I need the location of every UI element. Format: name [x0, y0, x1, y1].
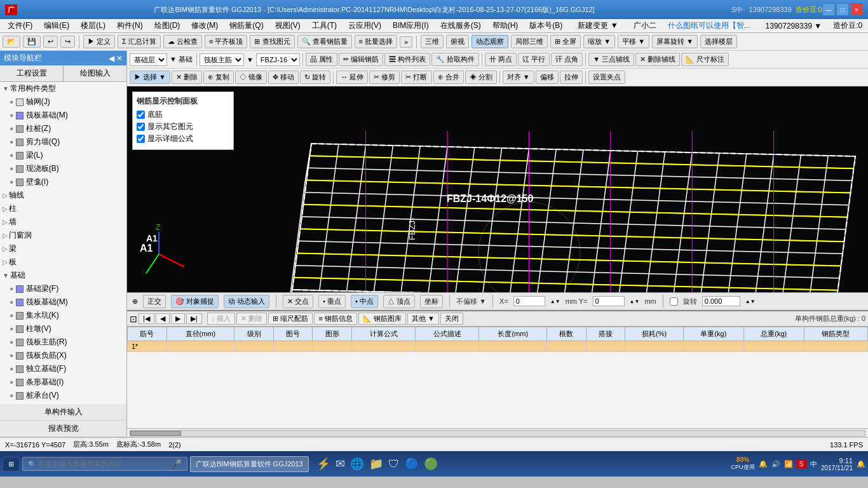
- summary-calc-button[interactable]: Σ 汇总计算: [118, 35, 161, 48]
- menu-tip[interactable]: 什么图纸可以使用【智...: [663, 19, 756, 32]
- nav-first-button[interactable]: |◀: [139, 313, 154, 324]
- orthogonal-button[interactable]: 正交: [143, 295, 166, 308]
- fullscreen-button[interactable]: ⊞ 全屏: [550, 35, 581, 48]
- tree-item-4[interactable]: ■剪力墙(Q): [0, 135, 126, 149]
- task-icon5[interactable]: 🛡: [388, 458, 400, 471]
- table-cell[interactable]: [743, 341, 804, 352]
- tree-item-3[interactable]: ■柱桩(Z): [0, 122, 126, 135]
- tree-item-20[interactable]: ■筏板负筋(X): [0, 349, 126, 362]
- table-cell[interactable]: [547, 341, 587, 352]
- align-button[interactable]: 对齐 ▼: [503, 71, 534, 84]
- bottom-rebar-checkbox[interactable]: [137, 111, 145, 119]
- project-settings-button[interactable]: 工程设置: [0, 65, 64, 81]
- dimension-button[interactable]: 📐 尺寸标注: [681, 53, 729, 66]
- rotate-spinners[interactable]: ▲▼: [745, 299, 756, 304]
- hscrollbar[interactable]: [127, 428, 868, 437]
- perpendicular-snap-button[interactable]: • 垂点: [318, 295, 346, 308]
- pick-component-button[interactable]: 🔧 拾取构件: [431, 53, 479, 66]
- menu-file[interactable]: 文件(F): [3, 19, 37, 32]
- resize-handle[interactable]: ⊡: [130, 314, 137, 324]
- nav-last-button[interactable]: ▶|: [186, 313, 202, 324]
- menu-view[interactable]: 视图(V): [270, 19, 306, 32]
- break-button[interactable]: ✂ 打断: [401, 71, 431, 84]
- minimize-button[interactable]: —: [822, 3, 835, 16]
- rebar-lib-button[interactable]: 📐 钢筋图库: [358, 313, 406, 325]
- nav-next-button[interactable]: ▶: [171, 313, 185, 324]
- report-preview-button[interactable]: 报表预览: [0, 421, 126, 437]
- screen-rotate-button[interactable]: 屏幕旋转 ▼: [652, 35, 698, 48]
- maximize-button[interactable]: □: [836, 3, 849, 16]
- menu-phone[interactable]: 13907298339 ▼: [761, 20, 827, 32]
- dynamic-observe-button[interactable]: 动态观察: [471, 35, 508, 48]
- task-icon3[interactable]: 🌐: [350, 457, 364, 471]
- tree-item-1[interactable]: ■轴网(J): [0, 95, 126, 109]
- table-cell[interactable]: [479, 341, 547, 352]
- notifications-button[interactable]: 🔔: [857, 460, 865, 468]
- undo-button[interactable]: ↩: [43, 36, 58, 48]
- tree-item-5[interactable]: ■梁(L): [0, 149, 126, 162]
- tree-item-18[interactable]: ■柱墩(V): [0, 322, 126, 336]
- trim-button[interactable]: ✂ 修剪: [369, 71, 400, 84]
- menu-bim[interactable]: BIM应用(I): [388, 19, 434, 32]
- top-view-button[interactable]: 俯视: [446, 35, 469, 48]
- property-button[interactable]: 品 属性: [306, 53, 337, 66]
- zoom-button[interactable]: 缩放 ▼: [583, 35, 615, 48]
- copy-button[interactable]: ⊕ 复制: [203, 71, 234, 84]
- task-icon4[interactable]: 📁: [369, 457, 383, 471]
- tree-item-7[interactable]: ■壁龛(I): [0, 175, 126, 189]
- window-controls[interactable]: — □ ×: [822, 3, 863, 16]
- hscroll-thumb[interactable]: [130, 431, 181, 436]
- nav-prev-button[interactable]: ◀: [156, 313, 170, 324]
- active-task-item[interactable]: 广联达BIM钢筋算量软件 GGJ2013: [190, 456, 309, 472]
- point-angle-button[interactable]: 讦 点角: [551, 53, 583, 66]
- scale-rebar-button[interactable]: ⊞ 缩尺配筋: [268, 313, 313, 325]
- y-spinners[interactable]: ▲▼: [630, 299, 640, 304]
- menu-new-change[interactable]: 新建变更 ▼: [573, 19, 623, 32]
- table-cell[interactable]: [166, 341, 234, 352]
- two-point-button[interactable]: 卄 两点: [485, 53, 517, 66]
- rotate-checkbox[interactable]: [670, 297, 678, 306]
- mic-icon[interactable]: 🎤: [171, 459, 182, 469]
- menu-points[interactable]: 造价豆:0: [828, 19, 867, 32]
- menu-draw[interactable]: 绘图(D): [149, 19, 186, 32]
- start-button[interactable]: ⊞: [3, 457, 20, 471]
- table-cell[interactable]: [351, 341, 415, 352]
- tree-item-11[interactable]: ▷门窗洞: [0, 229, 126, 242]
- other-button[interactable]: 其他 ▼: [407, 313, 439, 325]
- menu-ad[interactable]: 广小二: [628, 19, 661, 32]
- menu-edit[interactable]: 编辑(E): [39, 19, 74, 32]
- menu-cloud[interactable]: 云应用(V): [343, 19, 386, 32]
- dynamic-input-button[interactable]: 动 动态输入: [224, 295, 269, 308]
- table-cell[interactable]: [416, 341, 479, 352]
- batch-select-button[interactable]: ≡ 批量选择: [355, 35, 397, 48]
- table-cell[interactable]: [804, 341, 867, 352]
- tree-item-23[interactable]: ■桩承台(V): [0, 389, 126, 402]
- single-component-button[interactable]: 单构件输入: [0, 404, 126, 421]
- save-button[interactable]: 💾: [23, 36, 41, 48]
- x-input[interactable]: [513, 296, 545, 306]
- tray-icon1[interactable]: 🔔: [759, 460, 768, 468]
- tray-icon2[interactable]: 🔊: [771, 460, 780, 468]
- intersection-snap-button[interactable]: ✕ 交点: [283, 295, 313, 308]
- open-button[interactable]: 📂: [3, 36, 20, 48]
- task-icon7[interactable]: 🟢: [424, 457, 438, 471]
- tray-icon3[interactable]: 📶: [784, 460, 793, 468]
- viewport[interactable]: 钢筋显示控制面板 底筋 显示其它图元 显示详细公式 A1: [127, 86, 868, 292]
- lang-icon[interactable]: 中: [810, 459, 817, 469]
- define-button[interactable]: ▶ 定义: [83, 35, 115, 48]
- insert-button[interactable]: ↓ 插入: [207, 313, 236, 325]
- task-icon2[interactable]: ✉: [336, 457, 345, 471]
- del-aux-button[interactable]: ✕ 删除辅线: [635, 53, 680, 66]
- delete-row-button[interactable]: ✕ 删除: [236, 313, 267, 325]
- rebar-spec-selector[interactable]: FBZJ-16: [256, 53, 300, 66]
- table-cell[interactable]: [683, 341, 743, 352]
- task-icon1[interactable]: ⚡: [316, 457, 330, 471]
- table-cell[interactable]: [625, 341, 684, 352]
- 3d-view-button[interactable]: 三维: [421, 35, 444, 48]
- redo-button[interactable]: ↪: [60, 36, 75, 48]
- mirror-button[interactable]: ◇ 镜像: [235, 71, 267, 84]
- select-mode-button[interactable]: ▶ 选择 ▼: [130, 71, 170, 84]
- y-input[interactable]: [593, 296, 625, 306]
- search-input[interactable]: [38, 460, 171, 468]
- rotate-input[interactable]: [702, 296, 740, 306]
